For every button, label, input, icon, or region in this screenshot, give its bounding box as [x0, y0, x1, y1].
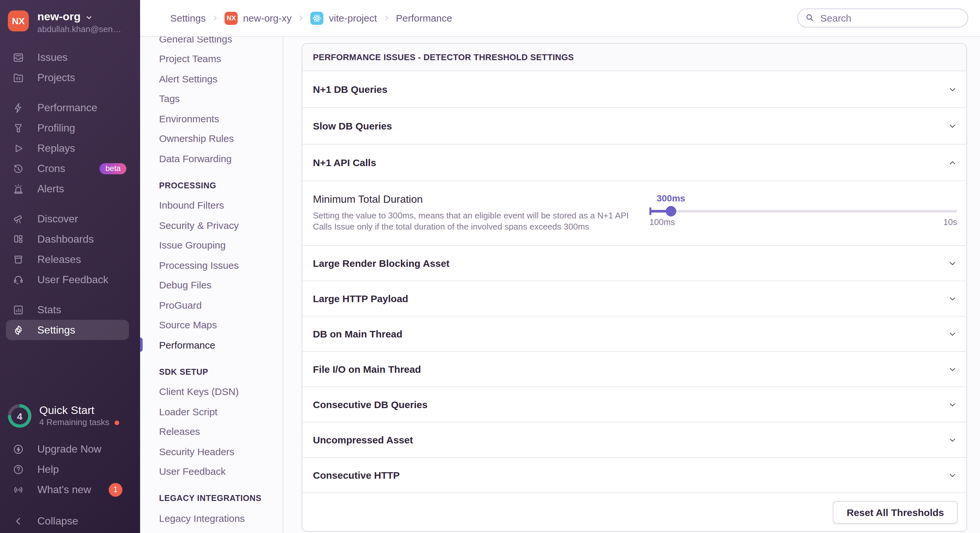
sidebar-item-label: Alerts	[37, 183, 64, 195]
sidebar-item-crons[interactable]: Crons beta	[0, 158, 140, 179]
panel-footer: Reset All Thresholds	[302, 493, 966, 531]
sidebar-item-label: Upgrade Now	[37, 443, 102, 455]
breadcrumb-project[interactable]: vite-project	[311, 11, 377, 25]
sidebar-item-projects[interactable]: Projects	[0, 67, 140, 88]
settings-nav-alert-settings[interactable]: Alert Settings	[140, 69, 283, 89]
slider-thumb[interactable]	[666, 206, 676, 216]
settings-nav-tags[interactable]: Tags	[140, 89, 283, 109]
settings-nav-loader-script[interactable]: Loader Script	[140, 401, 283, 422]
sidebar-item-releases[interactable]: Releases	[0, 249, 140, 270]
breadcrumb-organization[interactable]: NX new-org-xy	[224, 11, 291, 25]
chevron-down-icon	[948, 85, 957, 94]
detector-row-label: File I/O on Main Thread	[313, 363, 421, 375]
sidebar-item-stats[interactable]: Stats	[0, 300, 140, 320]
chevron-right-icon	[298, 14, 305, 22]
settings-nav-client-keys[interactable]: Client Keys (DSN)	[140, 382, 283, 401]
sidebar-collapse-button[interactable]: Collapse	[0, 511, 140, 531]
projects-icon	[13, 71, 24, 83]
sidebar-item-dashboards[interactable]: Dashboards	[0, 229, 140, 249]
sidebar-item-alerts[interactable]: Alerts	[0, 179, 140, 199]
notification-dot	[115, 420, 119, 425]
settings-nav-project-teams[interactable]: Project Teams	[140, 49, 283, 69]
sidebar-item-help[interactable]: Help	[0, 459, 140, 479]
sidebar-item-label: Projects	[37, 71, 75, 83]
detector-row-label: Large HTTP Payload	[313, 293, 408, 304]
sidebar-item-discover[interactable]: Discover	[0, 209, 140, 229]
quick-start-title: Quick Start	[39, 404, 119, 417]
settings-nav-user-feedback[interactable]: User Feedback	[140, 462, 283, 481]
detector-row-uncompressed-asset[interactable]: Uncompressed Asset	[302, 422, 966, 458]
breadcrumb-settings[interactable]: Settings	[170, 13, 205, 24]
org-avatar: NX	[8, 11, 29, 32]
org-switcher[interactable]: NX new-org abdullah.khan@sen…	[0, 0, 140, 35]
gear-icon	[13, 324, 24, 336]
sidebar-item-label: Issues	[37, 51, 68, 63]
settings-nav-inbound-filters[interactable]: Inbound Filters	[140, 195, 283, 215]
setting-description: Setting the value to 300ms, means that a…	[313, 210, 636, 232]
settings-nav-debug-files[interactable]: Debug Files	[140, 275, 283, 295]
settings-nav-general-settings[interactable]: General Settings	[140, 36, 283, 49]
chevron-down-icon	[948, 329, 957, 338]
detector-row-slow-db-queries[interactable]: Slow DB Queries	[302, 108, 966, 144]
sidebar-item-settings[interactable]: Settings	[6, 320, 129, 340]
sidebar-item-upgrade-now[interactable]: Upgrade Now	[0, 439, 140, 459]
sidebar-item-performance[interactable]: Performance	[0, 97, 140, 118]
detector-row-large-http-payload[interactable]: Large HTTP Payload	[302, 281, 966, 317]
n1-api-calls-expanded-settings: Minimum Total Duration Setting the value…	[302, 181, 966, 246]
quick-start-widget[interactable]: 4 Quick Start 4 Remaining tasks	[0, 404, 140, 428]
settings-nav-security-privacy[interactable]: Security & Privacy	[140, 215, 283, 235]
detector-row-file-io-on-main-thread[interactable]: File I/O on Main Thread	[302, 352, 966, 387]
settings-nav-data-forwarding[interactable]: Data Forwarding	[140, 148, 283, 168]
settings-nav-performance[interactable]: Performance	[140, 335, 283, 355]
detector-row-label: N+1 API Calls	[313, 157, 376, 168]
chevron-down-icon	[948, 471, 957, 480]
settings-nav-ownership-rules[interactable]: Ownership Rules	[140, 128, 283, 148]
sidebar-item-label: Replays	[37, 142, 75, 154]
settings-content: PERFORMANCE ISSUES - DETECTOR THRESHOLD …	[283, 36, 980, 533]
sidebar-item-replays[interactable]: Replays	[0, 138, 140, 158]
detector-row-label: DB on Main Thread	[313, 328, 402, 339]
detector-row-large-render-blocking-asset[interactable]: Large Render Blocking Asset	[302, 246, 966, 281]
detector-row-label: N+1 DB Queries	[313, 84, 388, 95]
settings-nav-proguard[interactable]: ProGuard	[140, 295, 283, 315]
search-input[interactable]	[797, 8, 968, 27]
settings-nav-section-sdk-setup: SDK SETUP	[140, 362, 283, 382]
slider-min-label: 100ms	[649, 217, 675, 227]
reset-all-thresholds-button[interactable]: Reset All Thresholds	[833, 501, 958, 523]
detector-row-db-on-main-thread[interactable]: DB on Main Thread	[302, 317, 966, 352]
sidebar-item-label: Help	[37, 463, 59, 475]
sidebar-item-label: User Feedback	[37, 274, 108, 286]
chevron-down-icon	[85, 13, 93, 21]
settings-nav-environments[interactable]: Environments	[140, 109, 283, 128]
settings-nav-issue-grouping[interactable]: Issue Grouping	[140, 235, 283, 255]
settings-nav-legacy-integrations[interactable]: Legacy Integrations	[140, 508, 283, 528]
detector-row-n1-db-queries[interactable]: N+1 DB Queries	[302, 71, 966, 108]
sidebar-item-user-feedback[interactable]: User Feedback	[0, 270, 140, 290]
settings-nav-source-maps[interactable]: Source Maps	[140, 315, 283, 335]
org-email: abdullah.khan@sen…	[37, 24, 121, 35]
sidebar-item-whats-new[interactable]: What's new 1	[0, 479, 140, 500]
whats-new-badge: 1	[109, 483, 123, 497]
sidebar-item-label: Stats	[37, 304, 61, 316]
chevron-down-icon	[948, 435, 957, 444]
sidebar-nav: Issues Projects Performance Profiling	[0, 47, 140, 340]
detector-row-label: Consecutive DB Queries	[313, 399, 428, 410]
detector-row-consecutive-db-queries[interactable]: Consecutive DB Queries	[302, 387, 966, 422]
sidebar-item-issues[interactable]: Issues	[0, 47, 140, 67]
broadcast-icon	[13, 484, 24, 495]
main-area: Settings NX new-org-xy vite-project Perf…	[140, 0, 980, 533]
settings-nav-releases[interactable]: Releases	[140, 422, 283, 441]
detector-row-consecutive-http[interactable]: Consecutive HTTP	[302, 458, 966, 493]
performance-icon	[13, 102, 24, 113]
upgrade-icon	[13, 443, 24, 455]
detector-row-n1-api-calls[interactable]: N+1 API Calls	[302, 144, 966, 181]
detector-row-label: Consecutive HTTP	[313, 470, 400, 481]
detector-threshold-panel: PERFORMANCE ISSUES - DETECTOR THRESHOLD …	[302, 43, 967, 532]
settings-nav-processing-issues[interactable]: Processing Issues	[140, 255, 283, 275]
react-icon	[311, 11, 324, 25]
sidebar-item-profiling[interactable]: Profiling	[0, 118, 140, 138]
quick-start-progress-ring: 4	[8, 404, 32, 428]
detector-row-label: Uncompressed Asset	[313, 434, 413, 445]
slider-track[interactable]	[649, 210, 957, 213]
settings-nav-security-headers[interactable]: Security Headers	[140, 441, 283, 462]
